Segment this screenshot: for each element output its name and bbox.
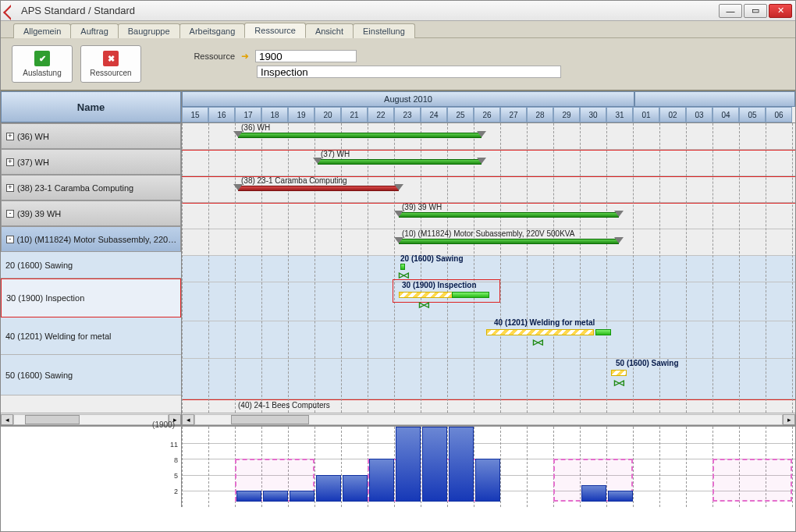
day-header-cell: 31: [606, 107, 633, 122]
row-label: 20 (1600) Sawing: [5, 261, 73, 270]
scroll-left-icon[interactable]: ◂: [182, 414, 194, 425]
ressourcen-button[interactable]: ✖ Ressourcen: [80, 45, 141, 83]
day-header-cell: 21: [341, 107, 368, 122]
day-header-cell: 28: [527, 107, 553, 122]
row-label: (36) WH: [17, 132, 49, 141]
day-header-cell: 05: [739, 107, 766, 122]
scroll-left-icon[interactable]: ◂: [1, 414, 13, 425]
gantt-canvas[interactable]: (36) WH(37) WH(38) 23-1 Caramba Computin…: [182, 122, 795, 413]
right-scrollbar-h[interactable]: ◂ ▸: [182, 413, 795, 425]
day-header-cell: 25: [447, 107, 474, 122]
day-header-cell: 24: [421, 107, 447, 122]
y-tick: 5: [174, 472, 178, 480]
row-group-36[interactable]: + (36) WH: [1, 123, 181, 149]
day-header-cell: 30: [580, 107, 606, 122]
gantt-time-header: August 2010 1516171819202122232425262728…: [182, 91, 795, 122]
scroll-thumb[interactable]: [25, 415, 80, 424]
name-column-header: Name: [1, 91, 181, 122]
month-header-aug: August 2010: [182, 91, 634, 107]
day-header-cell: 15: [182, 107, 208, 122]
filter-panel: ✔ Auslastung ✖ Ressourcen Ressource ➜: [1, 38, 795, 91]
tabstrip: Allgemein Auftrag Baugruppe Arbeitsgang …: [1, 21, 795, 38]
day-header-cell: 02: [659, 107, 686, 122]
day-header-cell: 20: [314, 107, 341, 122]
row-label: (10) (M11824) Motor Subassembly, 220V 50…: [17, 235, 180, 244]
expand-icon[interactable]: +: [6, 184, 14, 192]
row-task-40[interactable]: 40 (1201) Welding for metal: [1, 317, 181, 355]
row-group-38[interactable]: + (38) 23-1 Caramba Computing: [1, 175, 181, 200]
row-label: 30 (1900) Inspection: [6, 293, 84, 303]
row-task-30[interactable]: 30 (1900) Inspection: [1, 278, 181, 317]
day-header-cell: 29: [553, 107, 580, 122]
day-header-cell: 16: [208, 107, 235, 122]
gantt-right-pane: August 2010 1516171819202122232425262728…: [182, 91, 795, 425]
scroll-thumb[interactable]: [231, 415, 309, 424]
day-header-cell: 17: [235, 107, 261, 122]
expand-icon[interactable]: +: [6, 133, 14, 140]
filter-fields: Ressource ➜: [180, 50, 561, 78]
window-title: APS Standard / Standard: [21, 5, 135, 16]
row-task-20[interactable]: 20 (1600) Sawing: [1, 252, 181, 278]
gantt-bars: (36) WH(37) WH(38) 23-1 Caramba Computin…: [182, 123, 795, 413]
day-header-cell: 19: [288, 107, 314, 122]
tab-einstellung[interactable]: Einstellung: [353, 23, 415, 38]
chart-plot-area: [182, 427, 795, 507]
check-icon: ✔: [34, 51, 50, 66]
cancel-icon: ✖: [103, 51, 119, 66]
tab-baugruppe[interactable]: Baugruppe: [118, 23, 180, 38]
row-label: (38) 23-1 Caramba Computing: [17, 183, 133, 193]
row-label: (37) WH: [17, 158, 49, 167]
day-header-cell: 01: [633, 107, 659, 122]
collapse-icon[interactable]: -: [6, 210, 14, 218]
y-tick: 2: [174, 488, 178, 495]
y-tick: 8: [174, 456, 178, 464]
day-header-cell: 22: [368, 107, 394, 122]
row-group-m11824[interactable]: - (10) (M11824) Motor Subassembly, 220V …: [1, 226, 181, 252]
ressource-code-input[interactable]: [255, 50, 357, 62]
day-header-cell: 03: [686, 107, 712, 122]
auslastung-label: Auslastung: [23, 69, 61, 77]
maximize-button[interactable]: ▭: [744, 4, 767, 18]
collapse-icon[interactable]: -: [6, 236, 14, 243]
chart-title: (1900): [152, 420, 175, 429]
day-header-cell: 23: [394, 107, 421, 122]
minimize-button[interactable]: —: [719, 4, 742, 18]
scroll-track[interactable]: [194, 414, 783, 425]
app-icon: [4, 5, 16, 17]
ressourcen-label: Ressourcen: [90, 69, 131, 77]
ressource-field-label: Ressource: [180, 51, 235, 61]
scroll-right-icon[interactable]: ▸: [783, 414, 795, 425]
row-label: 40 (1201) Welding for metal: [5, 332, 112, 341]
row-group-39[interactable]: - (39) 39 WH: [1, 200, 181, 226]
day-header-row: 1516171819202122232425262728293031010203…: [182, 107, 795, 122]
scroll-track[interactable]: [13, 414, 169, 425]
row-label: 50 (1600) Sawing: [5, 371, 73, 380]
row-task-50[interactable]: 50 (1600) Sawing: [1, 355, 181, 395]
month-header-sep: [634, 91, 795, 107]
chart-y-axis: (1900) 11 8 5 2: [1, 427, 182, 507]
day-header-cell: 04: [712, 107, 739, 122]
auslastung-button[interactable]: ✔ Auslastung: [12, 45, 73, 83]
gantt-left-pane: Name + (36) WH + (37) WH + (38) 23-1 Car…: [1, 91, 182, 425]
day-header-cell: 27: [500, 107, 527, 122]
row-group-37[interactable]: + (37) WH: [1, 149, 181, 175]
tab-auftrag[interactable]: Auftrag: [70, 23, 118, 38]
close-button[interactable]: ✕: [769, 4, 792, 18]
y-tick: 11: [170, 441, 178, 449]
day-header-cell: 18: [261, 107, 288, 122]
expand-icon[interactable]: +: [6, 158, 14, 166]
titlebar: APS Standard / Standard — ▭ ✕: [1, 1, 795, 21]
gantt-row-labels: + (36) WH + (37) WH + (38) 23-1 Caramba …: [1, 122, 181, 413]
utilization-chart: (1900) 11 8 5 2: [1, 426, 795, 507]
tab-ansicht[interactable]: Ansicht: [305, 23, 354, 38]
window-controls: — ▭ ✕: [719, 4, 792, 18]
arrow-right-icon: ➜: [241, 51, 249, 62]
ressource-desc-input[interactable]: [257, 66, 561, 78]
row-label: (39) 39 WH: [17, 209, 61, 218]
day-header-cell: 26: [474, 107, 500, 122]
tab-allgemein[interactable]: Allgemein: [13, 23, 71, 38]
tab-arbeitsgang[interactable]: Arbeitsgang: [179, 23, 246, 38]
tab-ressource[interactable]: Ressource: [244, 23, 306, 38]
day-header-cell: 06: [766, 107, 792, 122]
gantt-area: Name + (36) WH + (37) WH + (38) 23-1 Car…: [1, 91, 795, 426]
